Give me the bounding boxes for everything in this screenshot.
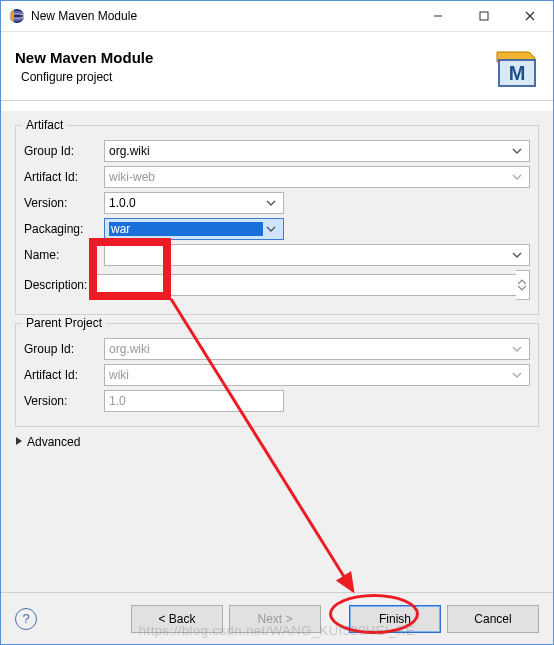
close-button[interactable] bbox=[507, 1, 553, 31]
chevron-down-icon bbox=[509, 344, 525, 354]
packaging-label: Packaging: bbox=[24, 222, 104, 236]
banner-separator bbox=[1, 100, 553, 101]
description-field[interactable] bbox=[91, 274, 517, 296]
svg-text:M: M bbox=[509, 62, 526, 84]
description-scroll[interactable] bbox=[516, 270, 530, 300]
artifact-id-combo[interactable]: wiki-web bbox=[104, 166, 530, 188]
watermark: https://blog.csdn.net/WANG_KUI520HEI_KE bbox=[1, 623, 553, 638]
chevron-down-icon bbox=[509, 172, 525, 182]
chevron-down-icon bbox=[509, 146, 525, 156]
name-combo[interactable] bbox=[104, 244, 530, 266]
maven-icon: M bbox=[491, 42, 539, 90]
maximize-button[interactable] bbox=[461, 1, 507, 31]
minimize-button[interactable] bbox=[415, 1, 461, 31]
window-buttons bbox=[415, 1, 553, 31]
window: New Maven Module New Maven Module Config… bbox=[0, 0, 554, 645]
parent-fieldset: Parent Project Group Id: org.wiki Artifa… bbox=[15, 323, 539, 427]
page-title: New Maven Module bbox=[15, 49, 491, 66]
page-subtitle: Configure project bbox=[21, 70, 491, 84]
parent-version-field[interactable] bbox=[104, 390, 284, 412]
parent-group-id-combo[interactable]: org.wiki bbox=[104, 338, 530, 360]
packaging-value: war bbox=[109, 222, 263, 236]
group-id-label: Group Id: bbox=[24, 144, 104, 158]
artifact-legend: Artifact bbox=[22, 118, 67, 132]
version-value: 1.0.0 bbox=[109, 196, 263, 210]
version-label: Version: bbox=[24, 196, 104, 210]
parent-version-label: Version: bbox=[24, 394, 104, 408]
banner: New Maven Module Configure project M bbox=[1, 32, 553, 100]
svg-marker-9 bbox=[16, 437, 22, 445]
triangle-right-icon bbox=[15, 435, 23, 449]
window-title: New Maven Module bbox=[31, 9, 415, 23]
advanced-toggle[interactable]: Advanced bbox=[15, 435, 539, 449]
chevron-down-icon bbox=[263, 198, 279, 208]
group-id-combo[interactable]: org.wiki bbox=[104, 140, 530, 162]
parent-group-id-label: Group Id: bbox=[24, 342, 104, 356]
packaging-combo[interactable]: war bbox=[104, 218, 284, 240]
chevron-down-icon bbox=[509, 370, 525, 380]
parent-artifact-id-combo[interactable]: wiki bbox=[104, 364, 530, 386]
title-bar: New Maven Module bbox=[1, 1, 553, 32]
svg-rect-4 bbox=[480, 12, 488, 20]
group-id-value: org.wiki bbox=[109, 144, 509, 158]
parent-artifact-id-value: wiki bbox=[109, 368, 509, 382]
eclipse-icon bbox=[9, 8, 25, 24]
version-combo[interactable]: 1.0.0 bbox=[104, 192, 284, 214]
description-label: Description: bbox=[24, 278, 91, 292]
artifact-id-value: wiki-web bbox=[109, 170, 509, 184]
form-body: Artifact Group Id: org.wiki Artifact Id:… bbox=[1, 111, 553, 592]
parent-legend: Parent Project bbox=[22, 316, 106, 330]
parent-group-id-value: org.wiki bbox=[109, 342, 509, 356]
advanced-label: Advanced bbox=[27, 435, 80, 449]
chevron-down-icon bbox=[509, 250, 525, 260]
artifact-fieldset: Artifact Group Id: org.wiki Artifact Id:… bbox=[15, 125, 539, 315]
name-label: Name: bbox=[24, 248, 104, 262]
parent-artifact-id-label: Artifact Id: bbox=[24, 368, 104, 382]
chevron-down-icon bbox=[263, 224, 279, 234]
artifact-id-label: Artifact Id: bbox=[24, 170, 104, 184]
